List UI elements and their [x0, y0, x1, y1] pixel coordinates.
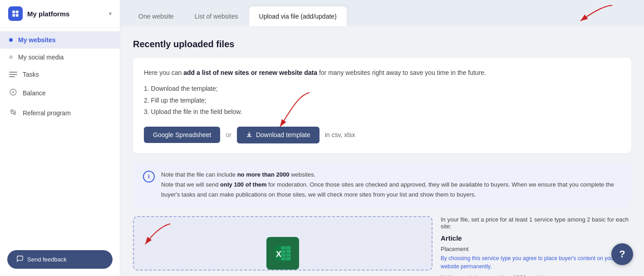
- upload-dropzone[interactable]: X: [133, 216, 433, 271]
- svg-point-5: [11, 110, 13, 112]
- google-spreadsheet-button[interactable]: Google Spreadsheet: [144, 127, 220, 143]
- sidebar-item-tasks[interactable]: Tasks: [0, 66, 120, 83]
- instructions-card: Here you can add a list of new sites or …: [133, 58, 631, 153]
- content-area: Recently uploaded files Here you can add…: [120, 26, 644, 276]
- info-text-content: Note that the file can include no more t…: [161, 170, 621, 200]
- download-label: Download template: [256, 131, 310, 138]
- tab-upload-via-file[interactable]: Upload via file (add/update): [249, 6, 347, 26]
- feedback-icon: [16, 255, 24, 264]
- action-buttons: Google Spreadsheet or Download template …: [144, 127, 620, 143]
- card-description: Here you can add a list of new sites or …: [144, 68, 620, 78]
- sidebar-item-balance[interactable]: Balance: [0, 83, 120, 103]
- sidebar-item-label: Referral program: [23, 109, 71, 117]
- send-feedback-label: Send feedback: [27, 256, 67, 263]
- svg-text:X: X: [276, 250, 281, 259]
- sidebar-item-label: My websites: [18, 36, 55, 44]
- info-note-2: Note that we will send only 100 of them …: [161, 180, 621, 200]
- referral-icon: [9, 108, 17, 118]
- send-feedback-button[interactable]: Send feedback: [7, 250, 113, 269]
- chevron-down-icon: ▾: [109, 10, 112, 17]
- tabs-bar: One website List of websites Upload via …: [120, 0, 644, 26]
- sidebar-item-referral[interactable]: Referral program: [0, 103, 120, 123]
- desc-prefix: Here you can: [144, 69, 183, 76]
- placement-label: Placement: [441, 246, 631, 252]
- inactive-dot-icon: [9, 55, 13, 59]
- tab-list-of-websites[interactable]: List of websites: [185, 6, 248, 26]
- download-icon: [246, 131, 252, 139]
- steps-list: 1. Download the template; 2. Fill up the…: [144, 83, 620, 118]
- excel-icon: X: [266, 237, 299, 270]
- svg-rect-2: [12, 14, 15, 17]
- sidebar-item-label: My social media: [18, 54, 64, 61]
- info-note-1: Note that the file can include no more t…: [161, 170, 621, 180]
- active-dot-icon: [9, 38, 13, 42]
- side-info-panel: In your file, set a price for at least 1…: [441, 216, 631, 276]
- info-icon: i: [143, 171, 155, 182]
- download-template-button[interactable]: Download template: [237, 127, 320, 143]
- tab-one-website[interactable]: One website: [128, 6, 184, 26]
- platform-header[interactable]: My platforms ▾: [0, 0, 120, 28]
- svg-rect-0: [12, 10, 15, 13]
- svg-rect-3: [16, 14, 19, 17]
- main-content: One website List of websites Upload via …: [120, 0, 644, 276]
- help-button[interactable]: ?: [611, 243, 633, 265]
- format-text: in csv, xlsx: [325, 131, 355, 138]
- sidebar-item-label: Balance: [23, 89, 46, 97]
- tasks-icon: [9, 72, 17, 77]
- sidebar-item-my-social-media[interactable]: My social media: [0, 49, 120, 66]
- desc-bold: add a list of new sites or renew website…: [183, 69, 317, 76]
- sidebar-item-my-websites[interactable]: My websites: [0, 31, 120, 49]
- question-mark-icon: ?: [619, 248, 625, 260]
- sidebar: My platforms ▾ My websites My social med…: [0, 0, 120, 276]
- svg-point-6: [14, 113, 16, 115]
- info-box: i Note that the file can include no more…: [133, 162, 631, 208]
- section-title: Recently uploaded files: [133, 39, 631, 49]
- placement-link: By choosing this service type you agree …: [441, 254, 631, 271]
- upload-area-inner: X: [134, 237, 432, 270]
- platform-icon: [8, 6, 23, 21]
- side-info-title: In your file, set a price for at least 1…: [441, 216, 631, 230]
- writing-label: Writing and placement (per 1000 words): [441, 274, 631, 276]
- sidebar-item-label: Tasks: [23, 71, 39, 78]
- desc-suffix: for many websites right away to save you…: [317, 69, 486, 76]
- sidebar-nav: My websites My social media Tasks B: [0, 28, 120, 243]
- article-title: Article: [441, 234, 631, 242]
- balance-icon: [9, 88, 17, 98]
- arrow-annotation: [562, 2, 617, 25]
- svg-rect-1: [16, 10, 19, 13]
- platform-label: My platforms: [27, 10, 104, 18]
- upload-row: X In your file, set a price for at least…: [133, 216, 631, 276]
- or-separator: or: [226, 131, 231, 138]
